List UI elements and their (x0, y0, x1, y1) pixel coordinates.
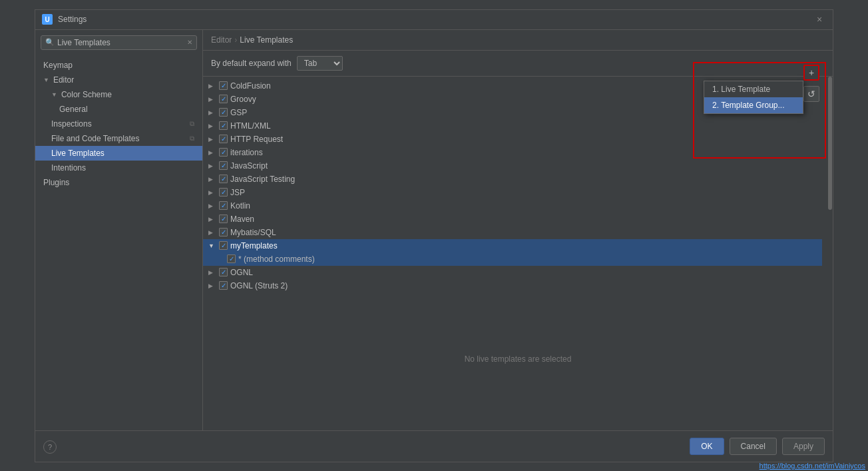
template-row[interactable]: ▶ JavaScript Testing (203, 173, 822, 186)
live-templates-label: Live Templates (51, 149, 105, 158)
scrollbar-thumb[interactable] (828, 77, 832, 210)
template-name: JavaScript (230, 161, 268, 171)
scrollbar[interactable] (827, 77, 833, 430)
expand-arrow: ▶ (208, 229, 216, 236)
file-code-templates-copy-icon: ⧉ (190, 135, 194, 143)
template-row[interactable]: ▶ Maven (203, 213, 822, 226)
template-checkbox[interactable] (219, 175, 228, 183)
template-name: OGNL (230, 268, 253, 277)
template-checkbox[interactable] (219, 201, 228, 210)
dropdown-item-template-group[interactable]: 2. Template Group... (704, 97, 803, 113)
dropdown-item-live-template[interactable]: 1. Live Template (704, 81, 803, 97)
template-checkbox[interactable] (219, 108, 228, 117)
expand-arrow: ▶ (208, 282, 216, 289)
template-row[interactable]: ▶ OGNL (Struts 2) (203, 279, 822, 292)
expand-arrow: ▶ (208, 109, 216, 116)
expand-arrow: ▶ (208, 189, 216, 196)
expand-arrow: ▶ (208, 136, 216, 143)
sidebar-item-intentions[interactable]: Intentions (35, 161, 202, 175)
template-row[interactable]: ▶ JSP (203, 186, 822, 199)
expand-label: By default expand with (211, 59, 292, 68)
template-name: ColdFusion (230, 81, 271, 91)
template-checkbox[interactable] (219, 81, 228, 90)
template-row-my-templates[interactable]: ▼ myTemplates (203, 239, 822, 252)
expand-arrow: ▶ (208, 123, 216, 129)
template-checkbox[interactable] (219, 188, 228, 197)
nav-section: Keymap ▼ Editor ▼ Color Scheme General (35, 55, 202, 193)
sidebar-item-inspections[interactable]: Inspections ⧉ (35, 117, 202, 131)
cancel-button[interactable]: Cancel (730, 438, 777, 455)
dropdown-menu: 1. Live Template 2. Template Group... (704, 81, 803, 114)
main-panel: Editor › Live Templates By default expan… (203, 30, 833, 430)
template-row[interactable]: ▶ Mybatis/SQL (203, 226, 822, 239)
inspections-copy-icon: ⧉ (190, 120, 194, 128)
template-row[interactable]: ▶ Kotlin (203, 199, 822, 213)
sidebar-item-plugins[interactable]: Plugins (35, 175, 202, 190)
intentions-label: Intentions (51, 163, 86, 173)
help-button[interactable]: ? (43, 440, 57, 454)
watermark-link[interactable]: https://blog.csdn.net/imVainiycos (757, 460, 868, 471)
template-checkbox[interactable] (219, 241, 228, 250)
undo-button[interactable]: ↺ (803, 86, 819, 102)
template-checkbox[interactable] (219, 148, 228, 157)
search-box[interactable]: 🔍 ✕ (41, 35, 197, 50)
template-name: HTML/XML (230, 121, 271, 131)
expand-arrow: ▼ (208, 242, 216, 249)
add-button[interactable]: + (803, 65, 819, 81)
template-row[interactable]: ▶ OGNL (203, 266, 822, 279)
sidebar-item-file-code-templates[interactable]: File and Code Templates ⧉ (35, 131, 202, 146)
template-checkbox[interactable] (219, 268, 228, 276)
templates-list: ▶ ColdFusion ▶ Groovy ▶ GSP (203, 77, 827, 430)
template-checkbox[interactable] (219, 215, 228, 223)
expand-arrow: ▶ (208, 149, 216, 156)
sidebar-item-general[interactable]: General (35, 102, 202, 117)
close-button[interactable]: × (813, 13, 826, 26)
expand-arrow: ▶ (208, 216, 216, 223)
search-clear-icon[interactable]: ✕ (187, 39, 192, 46)
template-name: Kotlin (230, 201, 250, 211)
general-label: General (59, 105, 88, 114)
toolbar: By default expand with Tab Enter Space (203, 51, 833, 77)
sidebar-item-keymap[interactable]: Keymap (35, 58, 202, 73)
template-row[interactable]: ▶ HTTP Request (203, 133, 822, 146)
expand-arrow: ▶ (208, 163, 216, 169)
ok-button[interactable]: OK (690, 438, 724, 455)
action-buttons: + ↺ (803, 65, 819, 102)
template-row-method-comments[interactable]: * (method comments) (203, 252, 822, 266)
sidebar-item-live-templates[interactable]: Live Templates (35, 146, 202, 161)
sidebar-item-color-scheme[interactable]: ▼ Color Scheme (35, 87, 202, 102)
template-checkbox[interactable] (219, 281, 228, 290)
expand-arrow: ▶ (208, 203, 216, 209)
template-checkbox[interactable] (227, 254, 236, 263)
template-name: Maven (230, 215, 254, 224)
breadcrumb-editor: Editor (211, 35, 232, 45)
title-bar-left: U Settings (42, 14, 87, 25)
editor-label: Editor (53, 75, 74, 85)
template-name: iterations (230, 148, 263, 157)
template-name: myTemplates (230, 241, 278, 250)
template-row[interactable]: ▶ HTML/XML (203, 119, 822, 133)
sidebar-item-editor[interactable]: ▼ Editor (35, 73, 202, 87)
content-area: 🔍 ✕ Keymap ▼ Editor ▼ Color Scheme (35, 30, 833, 430)
dropdown-label: 1. Live Template (712, 85, 770, 94)
template-name: JavaScript Testing (230, 175, 295, 184)
template-checkbox[interactable] (219, 228, 228, 236)
search-input[interactable] (57, 38, 184, 47)
plugins-label: Plugins (43, 178, 69, 187)
keymap-label: Keymap (43, 61, 73, 70)
template-name: Mybatis/SQL (230, 228, 276, 237)
template-row[interactable]: ▶ iterations (203, 146, 822, 159)
sidebar: 🔍 ✕ Keymap ▼ Editor ▼ Color Scheme (35, 30, 203, 430)
apply-button[interactable]: Apply (782, 438, 825, 455)
file-code-templates-label: File and Code Templates (51, 134, 140, 143)
template-checkbox[interactable] (219, 121, 228, 130)
template-checkbox[interactable] (219, 135, 228, 143)
expand-arrow: ▶ (208, 269, 216, 276)
expand-select[interactable]: Tab Enter Space (297, 56, 343, 71)
template-checkbox[interactable] (219, 161, 228, 170)
expand-arrow: ▶ (208, 176, 216, 183)
expand-arrow: ▶ (208, 83, 216, 89)
inspections-label: Inspections (51, 119, 92, 129)
template-checkbox[interactable] (219, 95, 228, 103)
template-row[interactable]: ▶ JavaScript (203, 159, 822, 173)
